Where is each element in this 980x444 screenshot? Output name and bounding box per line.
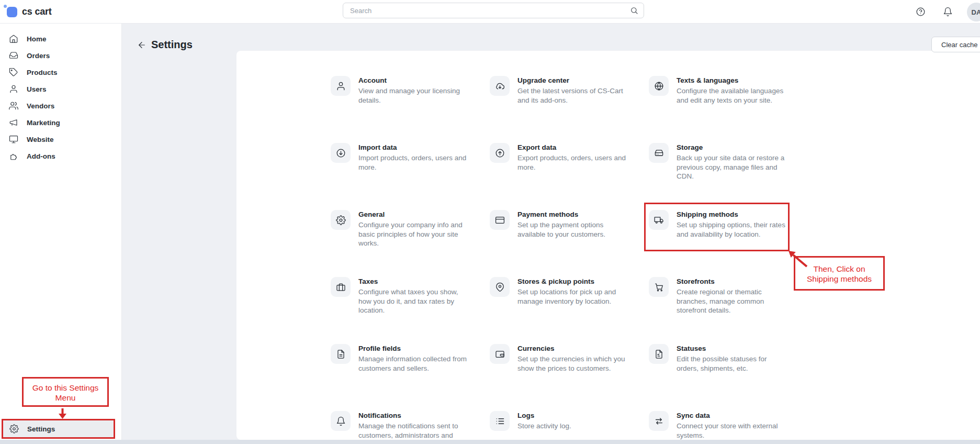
sidebar-item-users[interactable]: Users: [0, 81, 121, 97]
search-input[interactable]: [343, 3, 644, 18]
back-arrow-icon[interactable]: [137, 40, 147, 50]
sidebar-item-label: Users: [27, 85, 47, 93]
tile-title: Profile fields: [358, 345, 470, 352]
cs-cart-logo[interactable]: cs cart: [7, 6, 52, 17]
help-icon[interactable]: [916, 7, 926, 17]
tile-title: Texts & languages: [677, 76, 788, 84]
sidebar-item-products[interactable]: Products: [0, 64, 121, 81]
tile-description: Get the latest versions of CS-Cart and i…: [517, 86, 629, 105]
tile-title: Logs: [517, 412, 629, 419]
tile-description: Import products, orders, users and more.: [358, 153, 470, 172]
sidebar-item-settings[interactable]: Settings: [2, 419, 115, 439]
shopping-cart-icon: [649, 277, 669, 297]
tile-description: Set up the currencies in which you show …: [517, 354, 629, 373]
tile-title: Export data: [517, 143, 629, 151]
tile-description: Export products, orders, users and more.: [517, 153, 629, 172]
tile-description: Connect your store with external systems…: [677, 421, 788, 440]
cloud-download-icon: [490, 76, 510, 96]
sidebar-item-label: Website: [27, 136, 54, 143]
tile-title: Shipping methods: [677, 210, 788, 218]
sidebar-item-label: Settings: [27, 425, 55, 433]
inbox-icon: [9, 51, 18, 60]
tile-description: Manage the notifications sent to custome…: [358, 421, 470, 440]
tile-title: Import data: [358, 143, 470, 151]
topbar: cs cart DA: [0, 0, 980, 24]
file-check-icon: [649, 344, 669, 364]
tile-title: Sync data: [677, 412, 788, 419]
tile-description: Set up shipping options, their rates and…: [677, 220, 788, 239]
tile-description: Set up locations for pick up and manage …: [517, 287, 629, 306]
map-pin-icon: [490, 277, 510, 297]
sidebar-item-label: Marketing: [27, 119, 60, 127]
tile-description: Configure what taxes you show, how you d…: [358, 287, 470, 315]
page-title: Settings: [151, 39, 193, 51]
credit-card-icon: [490, 210, 510, 230]
tile-title: Statuses: [677, 345, 788, 352]
sidebar-item-website[interactable]: Website: [0, 131, 121, 148]
sidebar-item-orders[interactable]: Orders: [0, 47, 121, 64]
users-icon: [9, 101, 18, 110]
gear-icon: [9, 424, 19, 434]
file-text-icon: [331, 344, 351, 364]
tile-title: Notifications: [358, 412, 470, 419]
truck-icon: [649, 210, 669, 230]
annotation-shipping-note: Then, Click on Shipping methods: [794, 256, 885, 291]
clear-cache-button[interactable]: Clear cache: [931, 37, 980, 52]
sidebar-item-marketing[interactable]: Marketing: [0, 114, 121, 131]
tile-title: Account: [358, 76, 470, 84]
monitor-icon: [9, 135, 18, 144]
sidebar-item-label: Vendors: [27, 102, 54, 110]
sync-arrows-icon: [649, 411, 669, 431]
sidebar-item-vendors[interactable]: Vendors: [0, 97, 121, 114]
sidebar-item-home[interactable]: Home: [0, 30, 121, 47]
tile-title: Taxes: [358, 278, 470, 285]
tile-title: Storefronts: [677, 278, 788, 285]
sidebar-item-label: Add-ons: [27, 152, 55, 160]
global-search: [343, 3, 644, 18]
tile-description: Store activity log.: [517, 421, 629, 431]
notifications-bell-icon[interactable]: [943, 7, 953, 17]
user-icon: [331, 76, 351, 96]
sidebar-item-add-ons[interactable]: Add-ons: [0, 148, 121, 164]
tile-title: Storage: [677, 143, 788, 151]
home-icon: [9, 34, 18, 43]
sidebar-item-label: Orders: [27, 52, 50, 60]
tag-icon: [9, 68, 18, 77]
tile-description: Configure your company info and basic pr…: [358, 220, 470, 248]
tile-description: Back up your site data or restore a prev…: [677, 153, 788, 181]
user-icon: [9, 84, 18, 94]
hard-drive-icon: [649, 143, 669, 163]
tile-title: General: [358, 210, 470, 218]
wallet-icon: [490, 344, 510, 364]
tile-description: Set up the payment options available to …: [517, 220, 629, 239]
tile-description: View and manage your licensing details.: [358, 86, 470, 105]
tile-title: Stores & pickup points: [517, 278, 629, 285]
annotation-settings-note: Go to this Settings Menu: [22, 377, 109, 407]
arrow-down-circle-icon: [331, 143, 351, 163]
tile-title: Upgrade center: [517, 76, 629, 84]
megaphone-icon: [9, 118, 18, 127]
globe-icon: [649, 76, 669, 96]
puzzle-icon: [9, 151, 18, 161]
search-icon[interactable]: [630, 6, 638, 15]
tile-description: Edit the possible statuses for orders, s…: [677, 354, 788, 373]
arrow-up-circle-icon: [490, 143, 510, 163]
tile-description: Configure the available languages and ed…: [677, 86, 788, 105]
settings-card: Account View and manage your licensing d…: [236, 51, 980, 440]
tile-title: Currencies: [517, 345, 629, 352]
briefcase-icon: [331, 277, 351, 297]
sidebar-item-label: Products: [27, 69, 58, 76]
tile-description: Create regional or thematic branches, ma…: [677, 287, 788, 315]
tile-description: Manage information collected from custom…: [358, 354, 470, 373]
user-avatar[interactable]: DA: [967, 3, 980, 21]
logo-mark-icon: [7, 7, 17, 17]
list-icon: [490, 411, 510, 431]
sidebar-item-label: Home: [27, 35, 47, 43]
logo-text: cs cart: [22, 6, 52, 17]
gear-icon: [331, 210, 351, 230]
sidebar-nav: Home Orders Products Users Vendors Marke…: [0, 30, 121, 164]
page-bottom-edge: [0, 440, 980, 444]
tile-title: Payment methods: [517, 210, 629, 218]
bell-icon: [331, 411, 351, 431]
